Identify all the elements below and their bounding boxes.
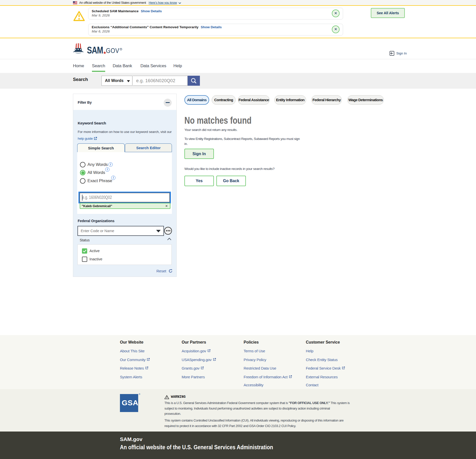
svg-text:R: R (120, 48, 122, 50)
